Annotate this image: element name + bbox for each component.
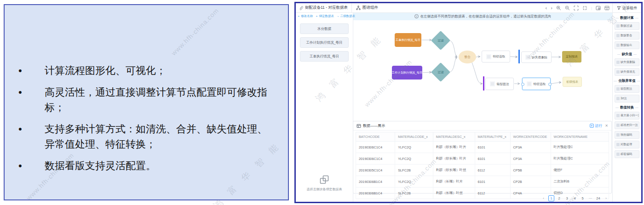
zoom-in-icon[interactable]	[556, 6, 561, 11]
dataset-button-moisture[interactable]: 水分数据	[300, 23, 349, 34]
cell: SLFC2B	[395, 188, 433, 199]
page-ellipsis[interactable]: ···	[587, 195, 593, 201]
app-screenshot-panel: 财配设备11 - 对应数据表 图谱组件 ‹ › | 保存设计 ＋ 修改名称 ＋ …	[294, 2, 643, 203]
page-5[interactable]: 5	[580, 195, 586, 201]
toolbar-divider: |	[591, 6, 592, 10]
component-log[interactable]: 对数处理	[615, 141, 639, 148]
column-header: WORKCENTERCODE	[510, 132, 551, 142]
bullet-item: 支持多种计算方式：如清洗、合并、缺失值处理、异常值处理、特征转换；	[5, 121, 276, 152]
redo-icon[interactable]: ›	[551, 6, 552, 10]
info-banner-text: 在左侧选择不同类型的数据表，在右侧选择合适的运算组件，通过箭头指定数据的流向	[420, 14, 552, 19]
section-title-missing: 缺失值	[613, 52, 641, 57]
bind-hint: 选择左侧设备绑定数据表	[296, 174, 353, 192]
component-icon	[616, 44, 620, 47]
component-icon	[616, 34, 620, 37]
flow-node-missing-delete[interactable]: 缺失值删除	[521, 51, 552, 63]
component-label: 对数处理	[621, 142, 632, 147]
component-label: 数据过滤	[621, 24, 632, 28]
component-3sigma[interactable]: 3σ法	[615, 95, 639, 102]
document-title: 财配设备11 - 对应数据表	[305, 5, 348, 11]
pagination: ‹ 1 2 3 4 5 ··· 24 ›	[540, 195, 609, 201]
cell: 利群（软长嘴）叶片	[433, 142, 475, 153]
component-onehot[interactable]: 独热编码	[615, 131, 639, 139]
feature-bullet-list: 计算流程图形化、可视化； 高灵活性，通过直接调整计算节点配置即可修改指标； 支持…	[5, 5, 288, 173]
page-4[interactable]: 4	[572, 195, 578, 201]
flow-node-report-basic[interactable]: 初级报表	[563, 77, 582, 87]
run-button[interactable]: 运行	[590, 123, 602, 128]
component-icon	[490, 81, 495, 86]
component-label-encode[interactable]: 标签编码	[615, 150, 639, 158]
zoom-out-icon[interactable]	[565, 6, 570, 11]
flow-node-feature-select-1[interactable]: 特征选取	[482, 51, 510, 63]
page-2[interactable]: 2	[556, 195, 562, 201]
bullet-item: 数据看版支持灵活配置。	[5, 158, 276, 173]
fullscreen-icon[interactable]	[574, 6, 579, 11]
page-3[interactable]: 3	[564, 195, 570, 201]
subtab-secondary-table[interactable]: → 二级数据表	[336, 14, 355, 18]
component-label: 数据整合	[621, 34, 632, 38]
component-missing-delete[interactable]: 缺失值删除	[615, 58, 639, 66]
bullet-item: 高灵活性，通过直接调整计算节点配置即可修改指标；	[5, 85, 276, 115]
page-next-icon[interactable]: ›	[603, 195, 609, 201]
subtab-rename[interactable]: ＋ 修改名称	[297, 14, 313, 18]
subtab-bind-table[interactable]: ＋ 绑定数据表	[315, 14, 334, 18]
data-table: BATCHCODE MATERIALCODE_x MATERIALDESC_x …	[356, 132, 609, 199]
flow-node-boxplot[interactable]: 箱型图法	[485, 78, 514, 90]
tab-graph-components[interactable]: 图谱组件	[352, 5, 378, 11]
node-label: 箱型图法	[496, 82, 509, 86]
document-tab[interactable]: 财配设备11 - 对应数据表	[296, 3, 352, 12]
component-label: 缺失值删除	[621, 60, 635, 64]
component-label: 数据输出	[621, 43, 632, 47]
undo-icon[interactable]: ‹	[546, 6, 547, 10]
data-preview-panel: 数据——展示 运行 ✕ BATCHCODE MATERIALCODE_x MAT…	[353, 121, 612, 194]
flow-node-source-workplan[interactable]: 工作计划执行情况_每日	[392, 66, 422, 80]
grid-layout-icon[interactable]	[604, 6, 610, 11]
component-boxplot[interactable]: 箱型图法	[615, 85, 639, 93]
page-prev-icon[interactable]: ‹	[540, 195, 546, 201]
flow-node-merge[interactable]: 整合	[459, 51, 476, 63]
cell: 利群（软长嘴）叶丝	[433, 165, 475, 176]
cell: 20190305C1C4	[356, 165, 395, 176]
component-icon	[616, 153, 620, 156]
component-data-filter[interactable]: 数据过滤	[615, 22, 639, 30]
close-icon[interactable]: ✕	[605, 124, 608, 128]
page-1[interactable]: 1	[548, 195, 554, 201]
component-std-norm[interactable]: 标准差归一法	[615, 121, 639, 129]
flow-node-source-workorder[interactable]: 工单执行情况_每日	[395, 33, 421, 47]
cell: YLFC2Q	[395, 153, 433, 165]
cell: 叶片预处理C	[551, 153, 609, 165]
flow-node-report-custom[interactable]: 定制报表	[562, 51, 581, 63]
node-handle-right[interactable]	[548, 83, 552, 86]
bullet-item: 计算流程图形化、可视化；	[5, 63, 276, 78]
node-label: 特征选取	[533, 82, 546, 86]
bind-hint-text: 选择左侧设备绑定数据表	[296, 187, 353, 192]
minimap-icon[interactable]	[596, 6, 601, 11]
cell: 6101	[475, 176, 510, 188]
fit-view-icon[interactable]	[582, 6, 587, 11]
table-row: 20190305C1C4 SLFC2B 利群（软长嘴）叶丝 6112 CP5B …	[356, 165, 609, 176]
cell: 6112	[475, 188, 510, 199]
graph-icon	[356, 6, 361, 10]
cell: 储丝F	[551, 165, 609, 176]
component-missing-fill[interactable]: 缺失值填充	[615, 68, 639, 76]
funnel-icon	[617, 6, 621, 10]
dataset-button-workplan[interactable]: 工作计划执行情况_每日	[300, 37, 349, 48]
component-icon	[616, 133, 620, 137]
flow-canvas[interactable]: 工单执行情况_每日 工作计划执行情况_每日 过滤 过滤 整合 特征选取 缺失值删…	[353, 20, 613, 121]
component-label: 标准差归一法	[621, 123, 638, 127]
node-handle-left[interactable]	[521, 83, 524, 86]
dataset-button-workorder[interactable]: 工单执行情况_每日	[300, 51, 349, 62]
component-data-output[interactable]: 数据输出	[615, 41, 639, 49]
cell: 叶片预处理C	[551, 142, 609, 153]
data-preview-header: 数据——展示 运行 ✕	[353, 121, 611, 131]
cell: 利群（软长嘴）叶片	[433, 153, 475, 165]
component-minmax-norm[interactable]: 最大最小归一法	[615, 112, 639, 120]
flow-node-feature-select-2[interactable]: 特征选取	[522, 78, 551, 90]
data-preview-title: 数据——展示	[363, 123, 385, 128]
cell: SLFC2B	[395, 165, 433, 176]
component-icon	[527, 81, 532, 86]
component-data-merge[interactable]: 数据整合	[615, 32, 639, 40]
node-label: 特征选取	[493, 54, 505, 59]
column-header: MATERIALDESC_x	[433, 132, 475, 142]
page-24[interactable]: 24	[595, 195, 601, 201]
